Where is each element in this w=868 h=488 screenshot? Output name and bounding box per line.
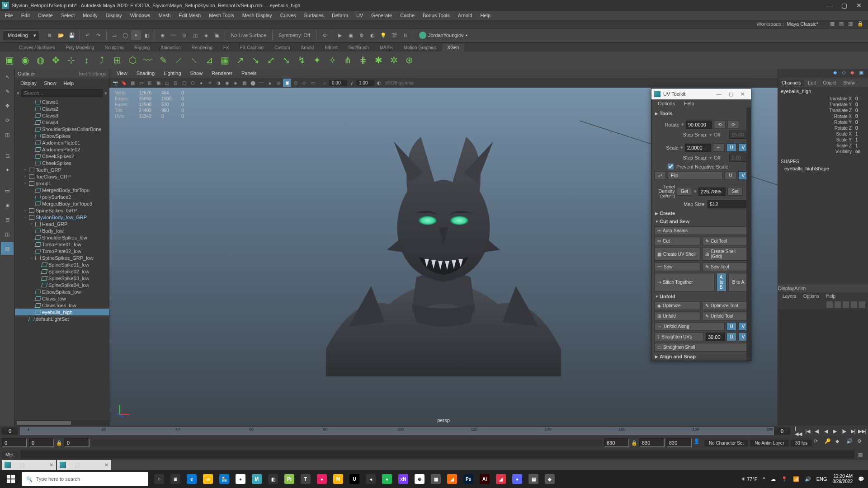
shelf-tab[interactable]: Rendering: [186, 44, 218, 52]
outliner-item[interactable]: +Head_GRP: [15, 221, 109, 227]
vp-shadow-icon[interactable]: ◑: [214, 79, 222, 87]
uvt-cutsew-section[interactable]: ▼Cut and Sew: [654, 217, 748, 225]
step-back-icon[interactable]: ◀|: [813, 427, 821, 435]
outliner-item[interactable]: SpineSpike01_low: [15, 261, 109, 268]
prefs-icon[interactable]: ⚙: [857, 438, 866, 447]
vp-dof-icon[interactable]: ◎: [274, 79, 283, 87]
shelf-tab[interactable]: Custom: [269, 44, 295, 52]
edge-icon[interactable]: e: [184, 470, 200, 488]
render-settings-icon[interactable]: ⚙: [357, 30, 367, 40]
outliner-menu-item[interactable]: Help: [60, 80, 78, 86]
outliner-item[interactable]: polySurface2: [15, 193, 109, 200]
shelf-tab[interactable]: Rigging: [129, 44, 155, 52]
channel-attr-row[interactable]: Visibilityon: [780, 149, 866, 155]
channel-tab[interactable]: Channels: [778, 80, 804, 86]
layer-icon[interactable]: [835, 301, 841, 308]
time-track[interactable]: 120406080100120140160180200: [20, 427, 774, 435]
xgen-shelf-icon[interactable]: ◉: [18, 53, 32, 67]
attr-value[interactable]: 0: [852, 114, 865, 119]
workspace-icon[interactable]: ▦: [830, 21, 836, 27]
rotate-tool-icon[interactable]: ⟳: [1, 114, 14, 127]
shelf-tab[interactable]: FX Caching: [235, 44, 269, 52]
workspace-icon[interactable]: ▤: [839, 21, 845, 27]
channel-attr-row[interactable]: Translate X0: [780, 96, 866, 102]
channel-attr-row[interactable]: Rotate X0: [780, 113, 866, 119]
lasso-icon[interactable]: ◯: [120, 30, 130, 40]
outliner-item[interactable]: TorsoPlate01_low: [15, 241, 109, 248]
outliner-item[interactable]: CheekSpikes: [15, 160, 109, 166]
outliner-item[interactable]: ShoulderSpikes_low: [15, 234, 109, 241]
unreal-icon[interactable]: U: [346, 470, 363, 488]
explorer-icon[interactable]: 📁: [200, 470, 216, 488]
range-end-3[interactable]: [666, 438, 692, 447]
channel-icon[interactable]: ▣: [859, 70, 866, 77]
uvt-tools-section[interactable]: ▶Tools: [654, 109, 748, 117]
photoshop-icon[interactable]: Ps: [460, 470, 476, 488]
close-button[interactable]: ✕: [856, 2, 862, 9]
outliner-layout-icon[interactable]: ▥: [1, 242, 14, 255]
uvt-scale-u-button[interactable]: U: [726, 143, 736, 152]
uvt-step-off[interactable]: Off: [714, 132, 727, 137]
outliner-item[interactable]: +Teeth_GRP: [15, 166, 109, 173]
uvt-set-button[interactable]: Set: [727, 187, 743, 196]
attr-value[interactable]: 0: [852, 96, 865, 101]
outliner-item[interactable]: SpineSpike02_low: [15, 268, 109, 275]
vp-menu-item[interactable]: View: [112, 70, 132, 76]
menu-create[interactable]: Create: [34, 13, 57, 18]
shelf-tab[interactable]: Go2Brush: [343, 44, 374, 52]
attr-value[interactable]: 0: [852, 108, 865, 113]
account-chip[interactable]: JordanYounglov ▾: [419, 32, 467, 39]
outliner-item[interactable]: ShoulderSpikesCollarBone: [15, 126, 109, 132]
play-fwd-icon[interactable]: ▶: [831, 427, 839, 435]
workspace-lock-icon[interactable]: 🔒: [857, 21, 863, 27]
snap-curve-icon[interactable]: 〰: [169, 30, 179, 40]
illustrator-icon[interactable]: Ai: [476, 470, 493, 488]
vp-menu-item[interactable]: Lighting: [159, 70, 186, 76]
acrobat-icon[interactable]: ◢: [493, 470, 509, 488]
uvt-straighten-u-button[interactable]: U: [726, 333, 736, 341]
goto-start-icon[interactable]: |◀◀: [795, 427, 803, 435]
range-char-icon[interactable]: 👤: [693, 438, 703, 447]
outliner-item[interactable]: ElbowSpikes_low: [15, 288, 109, 295]
outliner-tree[interactable]: Claws1Claws2Claws3Claws4ShoulderSpikesCo…: [15, 99, 109, 420]
discord-icon[interactable]: ●: [509, 470, 525, 488]
key-icon[interactable]: ◆: [835, 438, 844, 447]
xgen-shelf-icon[interactable]: ↘: [248, 53, 263, 67]
uvt-atob-button[interactable]: A to B: [717, 273, 726, 291]
range-start-2[interactable]: [29, 438, 54, 447]
xgen-shelf-icon[interactable]: ⋔: [340, 53, 355, 67]
channel-attr-row[interactable]: Scale X1: [780, 131, 866, 137]
app-icon[interactable]: ▤: [525, 470, 542, 488]
snap-point-icon[interactable]: ⊙: [179, 30, 189, 40]
uvt-align-section[interactable]: ▶Align and Snap: [654, 352, 748, 361]
vp-menu-item[interactable]: Shading: [132, 70, 159, 76]
search-options-icon[interactable]: ▾: [104, 90, 107, 96]
chrome-icon[interactable]: ●: [232, 470, 249, 488]
spotify-icon[interactable]: ●: [379, 470, 395, 488]
uvt-sewtool-button[interactable]: ✎ Sew Tool: [702, 263, 748, 271]
uvt-minimize-button[interactable]: —: [713, 91, 725, 97]
step-fwd-key-icon[interactable]: ▶|: [849, 427, 857, 435]
outliner-item[interactable]: Claws4: [15, 119, 109, 126]
shelf-tab[interactable]: Sculpting: [99, 44, 129, 52]
xgen-shelf-icon[interactable]: ✦: [310, 53, 324, 67]
vp-isolate-icon[interactable]: ◉: [223, 79, 231, 87]
notification-icon[interactable]: 💬: [858, 476, 864, 482]
menu-curves[interactable]: Curves: [276, 13, 300, 18]
xgen-shelf-icon[interactable]: ↯: [294, 53, 309, 67]
uvt-prevent-neg-checkbox[interactable]: [668, 164, 674, 169]
xgen-shelf-icon[interactable]: ⊛: [402, 53, 416, 67]
uvt-unfold-along-button[interactable]: ↔ Unfold Along: [654, 322, 725, 331]
uvt-close-button[interactable]: ✕: [737, 91, 748, 97]
outliner-item[interactable]: −SlyvionBody_low_GRP: [15, 214, 109, 221]
layer-tab[interactable]: Anim: [794, 286, 806, 291]
uvt-mapsize-input[interactable]: [708, 200, 748, 208]
attr-value[interactable]: 1: [852, 143, 865, 148]
autokey-icon[interactable]: 🔑: [825, 438, 834, 447]
outliner-item[interactable]: SpineSpike03_low: [15, 275, 109, 282]
step-back-key-icon[interactable]: |◀: [804, 427, 812, 435]
vp-cam-xray-icon[interactable]: ▭: [309, 79, 317, 87]
outliner-item[interactable]: MergedBody_forTopo3: [15, 200, 109, 207]
vp-2d-icon[interactable]: ▭: [137, 79, 145, 87]
xgen-shelf-icon[interactable]: ✲: [387, 53, 401, 67]
